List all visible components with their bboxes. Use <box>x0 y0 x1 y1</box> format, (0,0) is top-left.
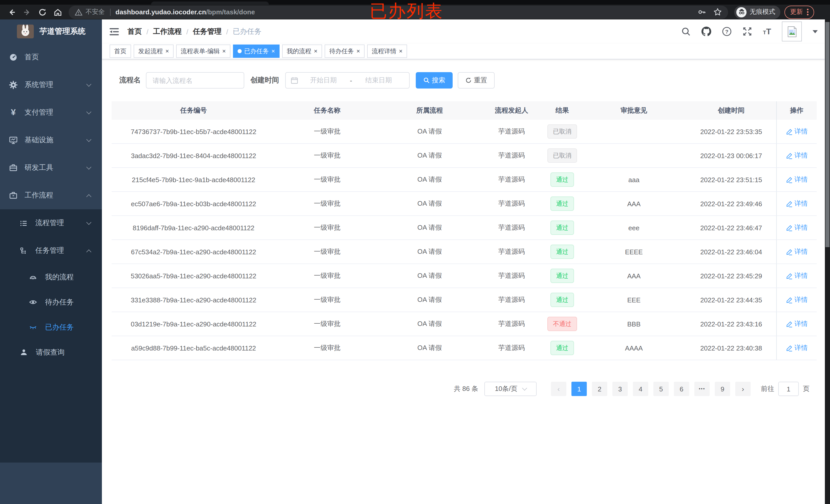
fullscreen-icon[interactable] <box>742 27 752 36</box>
scrollbar-thumb[interactable] <box>825 22 829 247</box>
page-button-9[interactable]: 9 <box>715 382 730 396</box>
sidebar-item-label: 请假查询 <box>36 348 65 357</box>
chevron-up-icon <box>86 249 91 255</box>
col-action: 操作 <box>776 101 817 120</box>
incognito-icon <box>736 7 746 17</box>
sidebar-item-workflow[interactable]: 工作流程 <box>0 182 102 209</box>
home-icon[interactable] <box>50 5 66 19</box>
page-size-select[interactable]: 10条/页 <box>484 382 537 396</box>
close-icon[interactable]: × <box>356 48 360 54</box>
tab-todo-tasks[interactable]: 待办任务× <box>325 44 364 58</box>
refresh-icon <box>465 77 471 83</box>
avatar[interactable] <box>782 22 802 41</box>
sidebar-item-label: 任务管理 <box>35 246 64 255</box>
tab-done-tasks[interactable]: 已办任务× <box>233 44 280 58</box>
sidebar-item-label: 待办任务 <box>45 298 74 307</box>
date-range-picker[interactable]: 开始日期 - 结束日期 <box>285 72 410 89</box>
table-row: 215cf4e5-7b9b-11ec-9a1b-acde48001122一级审批… <box>111 168 817 192</box>
edit-pen-icon <box>786 128 792 135</box>
tab-home[interactable]: 首页 <box>109 44 131 58</box>
sidebar-item-devtools[interactable]: 研发工具 <box>0 154 102 182</box>
table-row: 74736737-7b9b-11ec-b5b7-acde48001122一级审批… <box>111 120 817 144</box>
close-icon[interactable]: × <box>272 48 275 54</box>
url-divider <box>110 8 110 15</box>
detail-link[interactable]: 详情 <box>786 247 808 256</box>
status-badge: 不通过 <box>547 317 577 331</box>
sidebar-item-system[interactable]: 系统管理 <box>0 71 102 99</box>
detail-link[interactable]: 详情 <box>786 271 808 280</box>
process-name-input[interactable] <box>146 72 244 89</box>
sidebar-item-infra[interactable]: 基础设施 <box>0 126 102 154</box>
edit-pen-icon <box>786 224 792 231</box>
github-icon[interactable] <box>701 27 711 36</box>
tab-start-process[interactable]: 发起流程× <box>134 44 173 58</box>
next-page-button[interactable]: › <box>735 382 751 396</box>
tab-form-edit[interactable]: 流程表单-编辑× <box>176 44 230 58</box>
close-icon[interactable]: × <box>314 48 317 54</box>
sidebar-item-task-mgmt[interactable]: 任务管理 <box>0 237 102 265</box>
breadcrumb-task-mgmt[interactable]: 任务管理 <box>193 27 222 36</box>
sidebar-item-leave-query[interactable]: 请假查询 <box>0 340 102 365</box>
sidebar-item-home[interactable]: 首页 <box>0 43 102 71</box>
tab-my-process[interactable]: 我的流程× <box>282 44 322 58</box>
page-button-1[interactable]: 1 <box>571 382 587 396</box>
detail-link[interactable]: 详情 <box>786 175 808 184</box>
detail-link[interactable]: 详情 <box>786 199 808 208</box>
app-logo <box>17 25 34 38</box>
detail-link[interactable]: 详情 <box>786 223 808 232</box>
close-icon[interactable]: × <box>399 48 403 54</box>
sidebar-item-payment[interactable]: ¥ 支付管理 <box>0 99 102 126</box>
reload-icon[interactable] <box>35 5 50 19</box>
prev-page-button[interactable]: ‹ <box>551 382 566 396</box>
sidebar-item-my-process[interactable]: 我的流程 <box>0 265 102 290</box>
page-button-4[interactable]: 4 <box>633 382 648 396</box>
detail-link[interactable]: 详情 <box>786 319 808 329</box>
sidebar-item-todo-tasks[interactable]: 待办任务 <box>0 290 102 315</box>
monitor-icon <box>9 136 18 144</box>
bookmark-star-icon[interactable] <box>713 8 722 16</box>
browser-menu-icon[interactable] <box>807 9 808 15</box>
back-icon[interactable] <box>4 5 20 19</box>
page-button-6[interactable]: 6 <box>674 382 689 396</box>
goto-page-input[interactable] <box>778 382 799 396</box>
chevron-down-icon <box>86 109 91 114</box>
incognito-label: 无痕模式 <box>749 8 775 16</box>
avatar-dropdown-icon[interactable] <box>812 30 818 33</box>
edit-pen-icon <box>786 272 792 279</box>
font-size-icon[interactable]: TT <box>763 27 771 36</box>
page-button-5[interactable]: 5 <box>653 382 669 396</box>
briefcase-icon <box>9 191 18 200</box>
done-task-table: 任务编号 任务名称 所属流程 流程发起人 结果 审批意见 创建时间 操作 747… <box>111 101 817 360</box>
tab-process-detail[interactable]: 流程详情× <box>367 44 407 58</box>
forward-icon[interactable] <box>20 5 35 19</box>
browser-update-button[interactable]: 更新 <box>785 5 814 19</box>
page-button-2[interactable]: 2 <box>592 382 607 396</box>
close-icon[interactable]: × <box>165 48 169 54</box>
page-scrollbar[interactable] <box>825 20 830 504</box>
reset-button[interactable]: 重置 <box>458 72 494 89</box>
breadcrumb-workflow[interactable]: 工作流程 <box>153 27 182 36</box>
close-icon[interactable]: × <box>222 48 226 54</box>
browser-tab[interactable] <box>151 2 269 5</box>
table-row: ec507ae6-7b9a-11ec-b03b-acde48001122一级审批… <box>111 192 817 216</box>
main-area: 首页 / 工作流程 / 任务管理 / 已办任务 ? <box>102 20 825 504</box>
sidebar-item-done-tasks[interactable]: 已办任务 <box>0 315 102 340</box>
breadcrumb-home[interactable]: 首页 <box>127 27 142 36</box>
detail-link[interactable]: 详情 <box>786 151 808 160</box>
detail-link[interactable]: 详情 <box>786 295 808 304</box>
hamburger-collapse-icon[interactable] <box>109 27 119 36</box>
search-button[interactable]: 搜索 <box>416 72 453 89</box>
help-icon[interactable]: ? <box>722 27 732 36</box>
url-path: /bpm/task/done <box>206 8 255 16</box>
status-badge: 已取消 <box>547 148 577 163</box>
sidebar-item-process-mgmt[interactable]: 流程管理 <box>0 209 102 237</box>
col-task-name: 任务名称 <box>276 106 379 115</box>
detail-link[interactable]: 详情 <box>786 127 808 136</box>
more-pages-button[interactable]: ••• <box>694 382 710 396</box>
password-key-icon[interactable] <box>697 8 706 16</box>
detail-link[interactable]: 详情 <box>786 343 808 352</box>
search-icon[interactable] <box>681 27 691 36</box>
filter-bar: 流程名 创建时间 开始日期 - 结束日期 搜索 重置 <box>102 59 825 89</box>
list-icon <box>20 219 28 227</box>
page-button-3[interactable]: 3 <box>612 382 628 396</box>
